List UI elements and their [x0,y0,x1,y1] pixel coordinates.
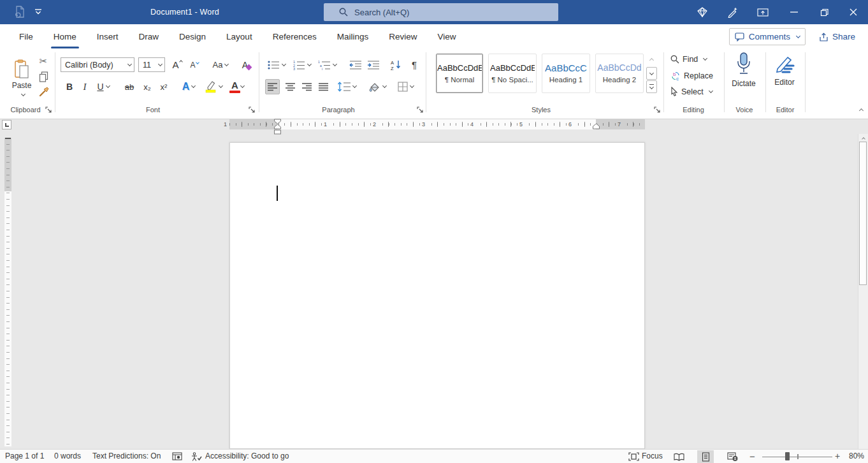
decrease-indent-button[interactable] [347,57,364,72]
underline-button[interactable]: U [94,79,113,94]
styles-scroll-up-button[interactable] [646,54,657,66]
macro-recording-icon[interactable] [172,452,182,463]
tab-layout[interactable]: Layout [216,24,263,48]
style-normal[interactable]: AaBbCcDdE ¶ Normal [436,54,483,93]
styles-scroll-down-button[interactable] [646,67,657,80]
change-case-button[interactable]: Aa [209,57,232,72]
format-painter-button[interactable] [37,85,50,98]
tab-design[interactable]: Design [169,24,216,48]
accessibility-status[interactable]: Accessibility: Good to go [205,450,289,463]
zoom-out-button[interactable]: − [749,450,755,463]
select-button[interactable]: Select [670,87,712,96]
left-tab-icon [5,123,9,127]
restore-button[interactable] [809,0,839,24]
replace-button[interactable]: bc Replace [670,71,713,81]
editor-button[interactable]: Editor [768,52,801,102]
tab-insert[interactable]: Insert [87,24,129,48]
increase-indent-button[interactable] [365,57,382,72]
grow-font-button[interactable]: A [169,57,185,72]
accessibility-icon[interactable] [191,452,202,463]
borders-button[interactable] [394,79,417,94]
style-heading-1[interactable]: AaBbCcC Heading 1 [542,54,590,93]
find-button[interactable]: Find [670,55,707,64]
select-cursor-icon [670,87,678,96]
tab-home[interactable]: Home [43,24,87,48]
font-name-combo[interactable]: Calibri (Body) [61,57,134,72]
line-spacing-button[interactable] [336,79,358,94]
zoom-slider-thumb[interactable] [785,452,790,460]
clipboard-dialog-launcher[interactable] [45,107,52,114]
sort-button[interactable]: AZ [387,57,404,72]
text-predictions[interactable]: Text Predictions: On [92,450,161,463]
zoom-percentage[interactable]: 80% [844,450,864,463]
focus-icon[interactable] [628,452,639,463]
ruler-half-ticks [229,122,645,127]
align-left-icon [268,83,277,91]
clear-formatting-button[interactable]: A [238,57,255,72]
page-indicator[interactable]: Page 1 of 1 [5,450,44,463]
show-formatting-marks-button[interactable]: ¶ [408,57,421,72]
superscript-button[interactable]: x² [157,79,171,94]
premium-icon[interactable] [688,0,716,24]
bold-button[interactable]: B [63,79,76,94]
tab-mailings[interactable]: Mailings [327,24,379,48]
shading-button[interactable] [366,79,387,94]
comments-button[interactable]: Comments [729,28,806,45]
word-count[interactable]: 0 words [54,450,81,463]
right-indent-marker[interactable] [592,124,600,129]
close-button[interactable] [839,0,868,24]
italic-button[interactable]: I [80,79,90,94]
tab-review[interactable]: Review [379,24,427,48]
tab-draw[interactable]: Draw [129,24,170,48]
styles-dialog-launcher[interactable] [654,107,661,114]
tab-references[interactable]: References [263,24,327,48]
justify-button[interactable] [316,79,331,94]
paste-button[interactable]: Paste [8,52,36,102]
quick-access-menu-icon[interactable] [34,9,42,15]
font-dialog-launcher[interactable] [249,107,256,114]
focus-label[interactable]: Focus [642,450,663,463]
zoom-in-button[interactable]: + [835,450,840,463]
minimize-button[interactable] [779,0,809,24]
web-layout-button[interactable] [724,450,741,463]
search-input[interactable]: Search (Alt+Q) [324,3,558,21]
tab-file[interactable]: File [9,24,43,48]
font-color-button[interactable]: A [227,78,249,95]
align-center-button[interactable] [283,79,298,94]
font-size-combo[interactable]: 11 [138,57,165,72]
tab-stop-selector[interactable] [2,120,11,129]
voice-group-label: Voice [724,106,765,114]
text-effects-button[interactable]: A [178,79,199,94]
bullets-button[interactable] [265,57,287,72]
scrollbar-thumb[interactable] [859,142,867,285]
share-button[interactable]: Share [814,28,860,45]
print-layout-button[interactable] [697,450,714,463]
svg-text:i: i [322,67,322,70]
paragraph-dialog-launcher[interactable] [417,107,424,114]
read-mode-button[interactable] [670,450,687,463]
numbering-button[interactable]: 123 [291,57,312,72]
style-no-spacing[interactable]: AaBbCcDdE ¶ No Spaci... [488,54,537,93]
shrink-font-button[interactable]: A [187,57,202,72]
draw-pen-icon[interactable] [719,0,747,24]
align-left-button[interactable] [265,79,280,94]
subscript-button[interactable]: x₂ [140,79,154,94]
collapse-ribbon-button[interactable] [855,106,867,115]
indent-markers[interactable] [273,119,282,135]
tab-view[interactable]: View [427,24,466,48]
multilevel-list-button[interactable]: 1ai [316,57,338,72]
autosave-icon[interactable] [13,5,27,19]
scroll-up-arrow[interactable] [858,134,868,142]
vertical-ruler[interactable] [4,138,11,446]
top-margin-marker[interactable] [5,138,11,139]
style-heading-2[interactable]: AaBbCcDd Heading 2 [595,54,644,93]
align-right-button[interactable] [300,79,314,94]
highlight-color-button[interactable] [203,78,224,95]
strikethrough-button[interactable]: ab [121,79,138,94]
cut-button[interactable]: ✂ [37,55,50,68]
styles-more-button[interactable] [646,80,657,93]
dictate-button[interactable]: Dictate [727,52,760,102]
ribbon-display-options-icon[interactable] [749,0,777,24]
document-page[interactable] [229,142,645,449]
copy-button[interactable] [37,70,50,83]
